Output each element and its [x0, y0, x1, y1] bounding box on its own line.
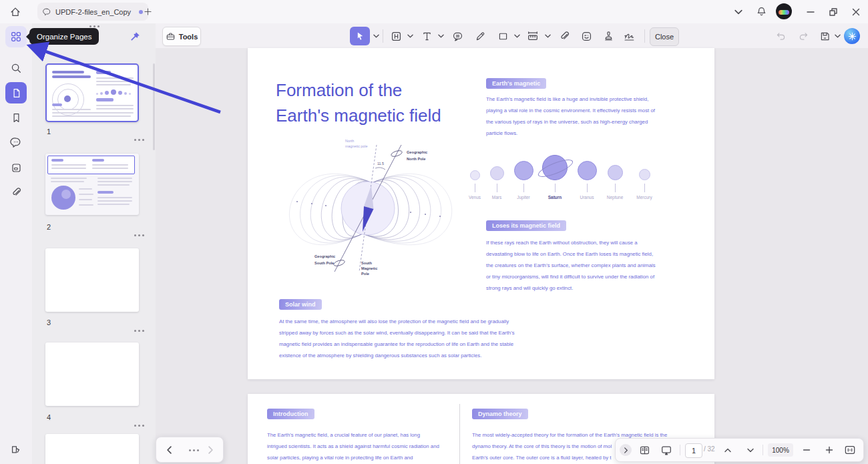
fit-actual-size-button[interactable]: [843, 443, 857, 457]
close-button-label: Close: [655, 33, 674, 41]
presentation-mode-button[interactable]: [658, 443, 674, 457]
window-menu-button[interactable]: [732, 5, 745, 19]
measure-tool-button[interactable]: [523, 27, 542, 45]
pen-icon: [475, 31, 486, 42]
shape-tool-button[interactable]: [493, 27, 512, 45]
page-number-input[interactable]: 1: [685, 443, 702, 458]
section-badge-earths-magnetic: Earth's magnetic: [486, 78, 546, 89]
heading-tool-button[interactable]: [387, 27, 405, 45]
save-button[interactable]: [815, 27, 834, 45]
comment-tool-button[interactable]: [448, 27, 467, 45]
comment-bubble-icon: [452, 31, 463, 42]
ruler-icon: [527, 30, 539, 42]
search-icon: [10, 62, 22, 74]
page-thumbnails-button[interactable]: [5, 82, 27, 103]
chevron-down-icon: [835, 34, 841, 38]
panel-scrollbar[interactable]: [153, 63, 155, 150]
two-page-view-icon: [639, 445, 650, 456]
planet-jupiter: Jupiter: [509, 154, 538, 200]
home-button[interactable]: [5, 2, 25, 21]
page-view-mode-button[interactable]: [637, 443, 652, 457]
collapse-bar-button[interactable]: [620, 444, 632, 456]
planet-mars: Mars: [482, 154, 511, 200]
column-divider: [459, 404, 460, 464]
search-button[interactable]: [5, 57, 27, 79]
undo-button[interactable]: [771, 27, 790, 45]
organize-pages-button[interactable]: [5, 26, 27, 47]
titlebar: UPDF-2-files_en_Copy: [0, 0, 868, 23]
measure-tool-dropdown[interactable]: [543, 31, 552, 41]
page-flip-button[interactable]: [5, 439, 27, 460]
pen-tool-button[interactable]: [471, 27, 489, 45]
sticker-tool-button[interactable]: [577, 27, 596, 45]
tools-button[interactable]: Tools: [162, 27, 201, 46]
square-icon: [497, 31, 509, 42]
close-tools-button[interactable]: Close: [650, 27, 679, 46]
page-thumbnails-icon: [11, 87, 22, 99]
minimize-button[interactable]: [803, 5, 819, 19]
thumbnail-page-5[interactable]: [45, 434, 139, 464]
bookmarks-button[interactable]: [5, 107, 27, 128]
organize-pages-tooltip: Organize Pages: [29, 28, 99, 45]
select-tool-button[interactable]: [350, 27, 370, 45]
select-tool-dropdown[interactable]: [371, 31, 381, 41]
thumbnail-4-number: 4: [47, 413, 51, 421]
attachments-button[interactable]: [5, 182, 27, 203]
view-status-bar: 1 / 32 100%: [615, 438, 864, 462]
magnetic-field-diagram: 11.5 North magnetic pole Geographic Nort…: [262, 134, 476, 290]
new-tab-button[interactable]: [142, 5, 154, 17]
thumbnail-page-3[interactable]: [45, 248, 139, 312]
document-viewport[interactable]: Formation of the Earth's magnetic field: [156, 48, 868, 464]
thumbnail-2-number: 2: [47, 223, 51, 231]
zoom-out-button[interactable]: [800, 444, 813, 456]
chevron-down-icon: [734, 9, 742, 15]
paperclip-icon: [559, 31, 570, 42]
zoom-in-button[interactable]: [823, 444, 836, 456]
save-dropdown[interactable]: [833, 31, 842, 41]
tooltip-label: Organize Pages: [37, 33, 91, 41]
shape-tool-dropdown[interactable]: [512, 31, 521, 41]
thumbnail-2-more-button[interactable]: [134, 227, 136, 239]
pager-more-button[interactable]: [182, 443, 197, 457]
text-tool-button[interactable]: [417, 27, 436, 45]
previous-page-button[interactable]: [721, 444, 734, 456]
thumbnail-panel: 1: [32, 23, 156, 464]
pager-prev-button[interactable]: [162, 443, 176, 457]
next-page-button[interactable]: [744, 444, 757, 456]
thumbnail-page-4[interactable]: [45, 342, 139, 406]
document-page-1[interactable]: Formation of the Earth's magnetic field: [248, 48, 714, 379]
updf-doc-icon: [43, 7, 51, 16]
updf-ai-button[interactable]: [844, 28, 860, 44]
thumbnail-3-more-button[interactable]: [134, 322, 136, 334]
attach-tool-button[interactable]: [555, 27, 574, 45]
panel-pager-bar: [156, 437, 224, 463]
solar-wind-paragraph: At the same time, the atmosphere will al…: [279, 316, 515, 361]
thumbnail-4-more-button[interactable]: [134, 417, 136, 429]
snapshot-icon: [11, 162, 22, 174]
panel-resize-handle[interactable]: [89, 25, 91, 27]
tools-button-label: Tools: [179, 33, 198, 41]
pager-next-button[interactable]: [203, 443, 218, 457]
stamp-tool-button[interactable]: [599, 27, 618, 45]
zoom-level-display[interactable]: 100%: [768, 443, 793, 457]
comment-icon: [10, 136, 22, 148]
comments-button[interactable]: [5, 132, 27, 153]
svg-text:Magnetic: Magnetic: [361, 266, 377, 270]
text-icon: [421, 31, 433, 42]
text-tool-dropdown[interactable]: [436, 31, 445, 41]
thumbnail-page-2[interactable]: [45, 154, 139, 215]
heading-tool-dropdown[interactable]: [405, 31, 415, 41]
document-tab[interactable]: UPDF-2-files_en_Copy: [37, 3, 148, 21]
svg-text:magnetic pole: magnetic pole: [345, 144, 368, 148]
thumbnail-3-number: 3: [47, 318, 51, 326]
pin-panel-button[interactable]: [130, 31, 141, 42]
thumbnail-1-more-button[interactable]: [134, 132, 136, 144]
thumbnail-page-1[interactable]: [45, 63, 139, 122]
signature-tool-button[interactable]: [620, 27, 642, 45]
notifications-button[interactable]: [754, 5, 768, 18]
restore-button[interactable]: [825, 5, 841, 19]
redo-button[interactable]: [794, 27, 813, 45]
snapshot-button[interactable]: [5, 157, 27, 178]
user-avatar[interactable]: [776, 3, 792, 19]
close-window-button[interactable]: [848, 5, 864, 19]
